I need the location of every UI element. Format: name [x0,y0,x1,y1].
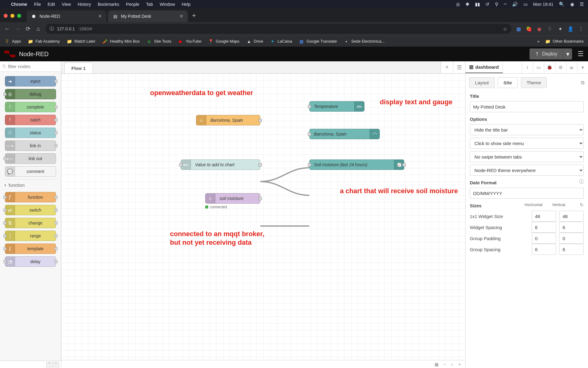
add-flow-button[interactable]: + [441,61,453,73]
subtab-layout[interactable]: Layout [469,77,495,88]
palette-node-switch[interactable]: ⇄switch [5,205,56,215]
palette-search-input[interactable] [2,64,58,69]
dateformat-input[interactable] [470,188,584,199]
flow-tab[interactable]: Flow 1 [64,63,93,73]
subtab-theme[interactable]: Theme [521,77,547,88]
menu-file[interactable]: File [34,2,41,7]
bookmark-item[interactable]: 📁Watch Later [66,39,96,44]
bookmark-item[interactable]: 📍Google Maps [208,39,239,44]
bookmark-item[interactable]: 📁Fab Academy [28,39,60,44]
minimize-window-button[interactable] [10,14,14,18]
menubar-clock[interactable]: Mon 19:41 [533,2,553,7]
sidebar-tab-help[interactable]: ▭ [533,61,544,73]
main-menu-icon[interactable]: ☰ [578,50,584,58]
palette-node-complete[interactable]: !complete [5,102,56,112]
site-info-icon[interactable]: ⓘ [50,26,54,32]
other-bookmarks[interactable]: 📁Other Bookmarks [545,39,584,44]
address-bar[interactable]: ⓘ 127.0.0.1:1880/# ☆ [45,24,511,34]
sidebar-tab-dashboard[interactable]: ▥dashboard [466,61,503,73]
reload-button[interactable]: ⟳ [24,25,31,32]
notification-center-icon[interactable]: ☰ [580,2,584,7]
palette-node-inject[interactable]: ➜inject [5,76,56,86]
sidebar-tab-config[interactable]: ⚙ [555,61,566,73]
zoom-out-button[interactable]: − [442,362,448,367]
subtab-site[interactable]: Site [498,77,518,88]
menu-window[interactable]: Window [160,2,175,7]
flow-node-mqtt[interactable]: ))soil moisture [205,193,260,204]
bookmark-apps[interactable]: ⠿Apps [4,39,21,44]
palette-node-link in[interactable]: ⟶link in [5,140,56,151]
sidebar-tab-info[interactable]: i [522,61,533,73]
palette-node-function[interactable]: ƒfunction [5,192,56,202]
forward-button[interactable]: → [14,26,21,32]
size-v-input[interactable] [559,244,584,255]
reset-sizes-icon[interactable]: ↻ [580,202,584,208]
option-theme[interactable]: Node-RED theme everywhere [470,165,584,176]
status-icon[interactable]: ◎ [456,2,460,7]
option-titlebar[interactable]: Hide the title bar [470,124,584,135]
extension-icon[interactable]: 🍓 [526,25,532,32]
menu-help[interactable]: Help [182,2,190,7]
size-v-input[interactable] [559,233,584,244]
option-sidemenu[interactable]: Click to show side menu [470,138,584,149]
bookmark-item[interactable]: ▲Drive [246,39,263,44]
home-button[interactable]: ⌂ [35,26,42,32]
palette-node-catch[interactable]: !catch [5,115,56,125]
flow-node-chart[interactable]: Soil moisture (last 24 hours)📈 [309,159,404,170]
palette-node-change[interactable]: ⇅change [5,218,56,228]
battery-icon[interactable]: ▭ [523,2,528,7]
palette-node-status[interactable]: ⎍status [5,128,56,138]
palette-node-debug[interactable]: ≣debug [5,89,56,99]
flow-node-weather[interactable]: ☼Barcelona, Spain [196,115,260,125]
palette-category-function[interactable]: ▾function [3,179,58,190]
spotlight-icon[interactable]: 🔍 [559,2,565,7]
back-button[interactable]: ← [4,26,10,32]
extension-icon[interactable]: ⠿ [546,25,553,32]
flow-node-value[interactable]: abcValue to add to chart [181,159,260,170]
siri-icon[interactable]: ◉ [570,2,574,7]
bookmark-item[interactable]: ◉Site Tools [146,39,171,44]
close-tab-icon[interactable]: ✕ [98,13,102,19]
close-window-button[interactable] [4,14,8,18]
palette-node-template[interactable]: {template [5,243,56,254]
flow-canvas[interactable]: ☼Barcelona, SpainTemperatureabcBarcelona… [61,74,465,360]
palette-node-delay[interactable]: ◔delay [5,256,56,267]
extensions-menu-icon[interactable]: ✦ [557,25,564,32]
size-v-input[interactable] [559,211,584,222]
menu-bookmarks[interactable]: Bookmarks [98,2,119,7]
status-icon[interactable]: ▮▮ [475,2,480,7]
zoom-in-button[interactable]: + [457,362,463,367]
bookmark-item[interactable]: ▶YouTube [178,39,201,44]
title-input[interactable] [470,101,584,112]
bookmark-star-icon[interactable]: ☆ [503,26,507,32]
close-tab-icon[interactable]: ✕ [179,13,183,19]
palette-list[interactable]: ➜inject≣debug!complete!catch⎍status⟶link… [0,72,61,361]
flow-node-gauge[interactable]: Barcelona, Spain◠ [309,129,380,139]
palette-collapse-down[interactable]: ˅ [53,362,59,367]
flow-node-temp[interactable]: Temperatureabc [309,101,364,112]
status-icon[interactable]: ✱ [466,2,469,7]
flow-list-button[interactable]: ☰ [453,61,465,73]
palette-node-range[interactable]: ┊range [5,231,56,241]
sidebar-tab-debug[interactable]: 🐞 [544,61,555,73]
open-dashboard-icon[interactable]: ⧉ [581,80,584,86]
zoom-reset-button[interactable]: ○ [449,362,455,367]
menu-view[interactable]: View [62,2,71,7]
extension-icon[interactable]: ◉ [536,25,543,32]
bookmark-item[interactable]: ▪Sede Electrónica... [344,39,385,44]
deploy-dropdown[interactable]: ▾ [563,48,572,59]
palette-collapse-up[interactable]: ˄ [46,362,52,367]
volume-icon[interactable]: 🔊 [512,2,518,7]
size-h-input[interactable] [532,244,556,255]
maximize-window-button[interactable] [17,14,21,18]
sidebar-tab-more[interactable]: ▾ [577,61,588,73]
bluetooth-icon[interactable]: ⚲ [495,2,498,7]
deploy-button[interactable]: ⤒Deploy [530,48,563,59]
navigator-icon[interactable]: ▦ [433,362,440,367]
browser-tab[interactable]: ⬢ Node-RED ✕ [27,10,106,22]
chrome-menu-icon[interactable]: ⋮ [578,25,584,32]
menu-tab[interactable]: Tab [146,2,153,7]
app-name[interactable]: Chrome [11,2,27,7]
bookmark-item[interactable]: ▦Google Translate [299,39,337,44]
profile-avatar[interactable]: 👤 [567,25,574,32]
